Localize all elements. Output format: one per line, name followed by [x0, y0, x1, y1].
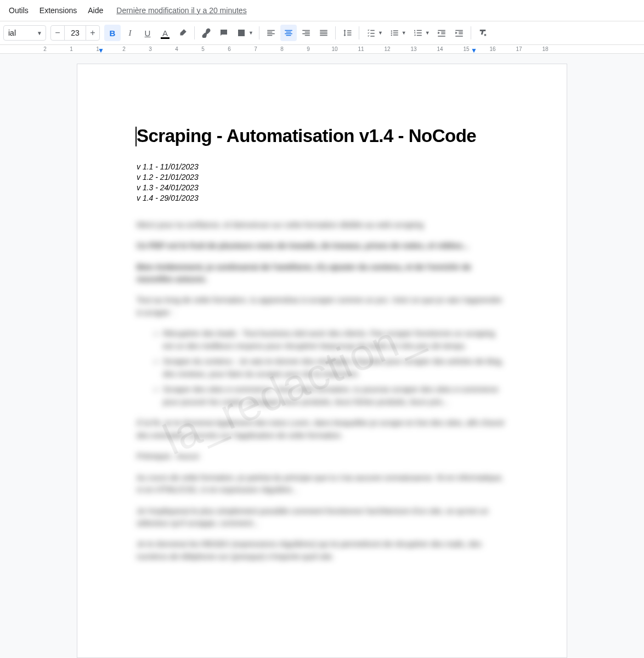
checklist-icon — [366, 28, 376, 38]
decrease-indent-icon — [437, 28, 447, 38]
last-edit-link[interactable]: Dernière modification il y a 20 minutes — [116, 6, 246, 15]
font-size-decrease[interactable]: − — [51, 26, 64, 40]
font-family-select[interactable]: ial ▼ — [3, 25, 46, 41]
numbered-list-combo[interactable]: ▼ — [410, 25, 432, 41]
align-left-icon — [266, 28, 276, 38]
bold-button[interactable]: B — [104, 25, 121, 41]
font-size-group: − + — [50, 25, 100, 41]
font-size-input[interactable] — [64, 26, 86, 40]
separator — [359, 26, 359, 39]
font-size-increase[interactable]: + — [86, 26, 99, 40]
version-list[interactable]: v 1.1 - 11/01/2023 v 1.2 - 21/01/2023 v … — [137, 162, 507, 203]
toolbar: ial ▼ − + B I U A ▼ — [0, 21, 644, 45]
insert-image-button[interactable] — [233, 25, 250, 41]
menubar: Outils Extensions Aide Dernière modifica… — [0, 0, 644, 21]
align-right-button[interactable] — [298, 25, 314, 41]
increase-indent-icon — [454, 28, 464, 38]
line-spacing-icon — [342, 28, 352, 38]
bullet-list-icon — [389, 28, 399, 38]
clear-formatting-button[interactable] — [474, 25, 491, 41]
align-left-button[interactable] — [263, 25, 279, 41]
align-center-button[interactable] — [280, 25, 297, 41]
version-line: v 1.3 - 24/01/2023 — [137, 183, 507, 193]
checklist-combo[interactable]: ▼ — [363, 25, 385, 41]
align-justify-icon — [319, 28, 329, 38]
link-icon — [201, 28, 211, 38]
highlight-icon — [178, 28, 188, 38]
ruler[interactable]: 2 1 1 2 3 4 5 6 7 8 9 10 11 12 13 14 15 … — [0, 45, 644, 54]
numbered-list-button[interactable] — [410, 25, 426, 41]
font-family-label: ial — [8, 29, 16, 37]
numbered-list-icon — [413, 28, 423, 38]
indent-marker-left[interactable]: ▼ — [98, 47, 104, 54]
document-title[interactable]: Scraping - Automatisation v1.4 - NoCode — [137, 126, 507, 146]
insert-image-combo[interactable]: ▼ — [233, 25, 256, 41]
blurred-content: Merci pour ta confiance, et bienvenue su… — [137, 219, 507, 563]
line-spacing-button[interactable] — [339, 25, 355, 41]
version-line: v 1.4 - 29/01/2023 — [137, 193, 507, 203]
insert-link-button[interactable] — [198, 25, 214, 41]
text-color-button[interactable]: A — [157, 25, 173, 41]
comment-icon — [219, 28, 229, 38]
align-justify-button[interactable] — [315, 25, 332, 41]
bullet-list-combo[interactable]: ▼ — [386, 25, 409, 41]
chevron-down-icon: ▼ — [37, 30, 42, 36]
menu-aide[interactable]: Aide — [83, 3, 108, 18]
separator — [194, 26, 195, 39]
underline-button[interactable]: U — [139, 25, 156, 41]
bullet-list-button[interactable] — [386, 25, 403, 41]
indent-marker-right[interactable]: ▼ — [471, 47, 477, 54]
separator — [259, 26, 259, 39]
separator — [471, 26, 471, 39]
highlight-button[interactable] — [174, 25, 191, 41]
checklist-button[interactable] — [363, 25, 379, 41]
separator — [335, 26, 336, 39]
image-icon — [236, 28, 246, 38]
menu-extensions[interactable]: Extensions — [35, 3, 81, 18]
version-line: v 1.2 - 21/01/2023 — [137, 172, 507, 183]
increase-indent-button[interactable] — [451, 25, 467, 41]
canvas: Scraping - Automatisation v1.4 - NoCode … — [0, 54, 644, 658]
italic-button[interactable]: I — [122, 25, 138, 41]
align-right-icon — [301, 28, 311, 38]
document-page[interactable]: Scraping - Automatisation v1.4 - NoCode … — [77, 64, 567, 658]
insert-comment-button[interactable] — [216, 25, 232, 41]
menu-outils[interactable]: Outils — [4, 3, 33, 18]
align-center-icon — [284, 28, 293, 38]
clear-formatting-icon — [478, 28, 488, 38]
decrease-indent-button[interactable] — [433, 25, 450, 41]
version-line: v 1.1 - 11/01/2023 — [137, 162, 507, 172]
